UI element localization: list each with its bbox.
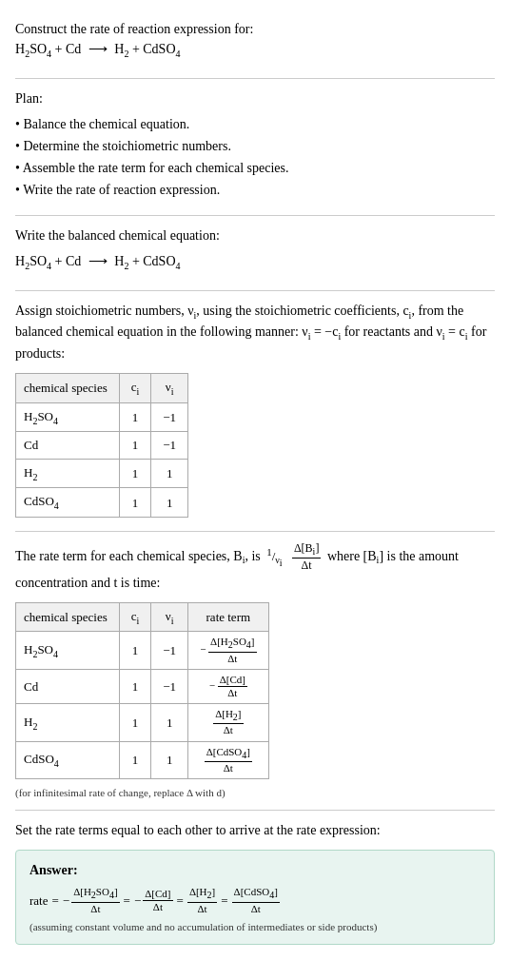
balanced-reaction: H2SO4 + Cd ⟶ H2 + CdSO4 xyxy=(15,251,495,273)
stoich-title: Assign stoichiometric numbers, νi, using… xyxy=(15,301,495,364)
rate-term-h2-answer: Δ[H2] Δt xyxy=(187,886,217,914)
set-rate-title: Set the rate terms equal to each other t… xyxy=(15,820,495,840)
plan-step-4: Write the rate of reaction expression. xyxy=(15,180,495,200)
table-row: CdSO4 1 1 xyxy=(16,488,188,518)
rt-ci-cd: 1 xyxy=(119,669,151,703)
answer-label: Answer: xyxy=(29,860,481,880)
plan-list: Balance the chemical equation. Determine… xyxy=(15,114,495,200)
rate-word: rate xyxy=(29,892,48,911)
rate-term-footnote: (for infinitesimal rate of change, repla… xyxy=(15,785,495,801)
rt-col-rate: rate term xyxy=(188,602,268,632)
rt-col-species: chemical species xyxy=(16,602,120,632)
plan-step-1: Balance the chemical equation. xyxy=(15,114,495,134)
species-cd: Cd xyxy=(16,432,120,460)
rt-species-h2: H2 xyxy=(16,704,120,741)
rt-species-cdso4: CdSO4 xyxy=(16,741,120,778)
ni-cdso4: 1 xyxy=(151,488,188,518)
ci-h2: 1 xyxy=(119,459,151,488)
stoich-col-ni: νi xyxy=(151,374,188,403)
ci-cd: 1 xyxy=(119,432,151,460)
equals-3: = xyxy=(177,892,184,911)
plan-step-3: Assemble the rate term for each chemical… xyxy=(15,158,495,178)
stoich-table: chemical species ci νi H2SO4 1 −1 Cd 1 −… xyxy=(15,373,188,518)
header-section: Construct the rate of reaction expressio… xyxy=(15,10,495,79)
table-row: CdSO4 1 1 Δ[CdSO4] Δt xyxy=(16,741,269,778)
table-row: H2 1 1 xyxy=(16,459,188,488)
rate-term-cd: − Δ[Cd] Δt xyxy=(134,888,173,913)
rt-ni-cdso4: 1 xyxy=(151,741,188,778)
species-h2: H2 xyxy=(16,459,120,488)
answer-section: Set the rate terms equal to each other t… xyxy=(15,811,495,945)
rt-ci-cdso4: 1 xyxy=(119,741,151,778)
rt-ni-h2: 1 xyxy=(151,704,188,741)
ci-cdso4: 1 xyxy=(119,488,151,518)
rt-species-cd: Cd xyxy=(16,669,120,703)
ni-cd: −1 xyxy=(151,432,188,460)
answer-note: (assuming constant volume and no accumul… xyxy=(29,919,481,935)
plan-step-2: Determine the stoichiometric numbers. xyxy=(15,136,495,156)
ni-h2so4: −1 xyxy=(151,402,188,432)
balanced-title: Write the balanced chemical equation: xyxy=(15,225,495,245)
rate-term-desc: The rate term for each chemical species,… xyxy=(15,541,495,593)
table-row: Cd 1 −1 xyxy=(16,432,188,460)
rt-ci-h2so4: 1 xyxy=(119,632,151,669)
table-row: Cd 1 −1 − Δ[Cd] Δt xyxy=(16,669,269,703)
rate-expression: rate = − Δ[H2SO4] Δt = − Δ[Cd] Δt = xyxy=(29,886,481,914)
header-title: Construct the rate of reaction expressio… xyxy=(15,19,495,39)
stoich-col-species: chemical species xyxy=(16,374,120,403)
rate-term-table: chemical species ci νi rate term H2SO4 1… xyxy=(15,602,269,779)
species-cdso4: CdSO4 xyxy=(16,488,120,518)
rt-rate-cd: − Δ[Cd] Δt xyxy=(188,669,268,703)
rt-ci-h2: 1 xyxy=(119,704,151,741)
rate-term-formula: 1/νi Δ[Bi] Δt xyxy=(264,549,327,563)
answer-box: Answer: rate = − Δ[H2SO4] Δt = − Δ[Cd] Δ… xyxy=(15,850,495,945)
rt-rate-h2: Δ[H2] Δt xyxy=(188,704,268,741)
equals-4: = xyxy=(221,892,227,911)
rt-rate-cdso4: Δ[CdSO4] Δt xyxy=(188,741,268,778)
plan-title: Plan: xyxy=(15,88,495,108)
rt-ni-h2so4: −1 xyxy=(151,632,188,669)
rt-col-ni: νi xyxy=(151,602,188,632)
rate-term-cdso4-answer: Δ[CdSO4] Δt xyxy=(232,886,280,914)
species-h2so4: H2SO4 xyxy=(16,402,120,432)
rt-ni-cd: −1 xyxy=(151,669,188,703)
ni-h2: 1 xyxy=(151,459,188,488)
table-row: H2SO4 1 −1 − Δ[H2SO4] Δt xyxy=(16,632,269,669)
table-row: H2 1 1 Δ[H2] Δt xyxy=(16,704,269,741)
rate-term-section: The rate term for each chemical species,… xyxy=(15,532,495,811)
ci-h2so4: 1 xyxy=(119,402,151,432)
rt-col-ci: ci xyxy=(119,602,151,632)
stoich-col-ci: ci xyxy=(119,374,151,403)
equals-2: = xyxy=(124,892,130,911)
table-row: H2SO4 1 −1 xyxy=(16,402,188,432)
rt-species-h2so4: H2SO4 xyxy=(16,632,120,669)
header-reaction: H2SO4 + Cd ⟶ H2 + CdSO4 xyxy=(15,39,495,61)
rt-rate-h2so4: − Δ[H2SO4] Δt xyxy=(188,632,268,669)
plan-section: Plan: Balance the chemical equation. Det… xyxy=(15,79,495,216)
equals-1: = xyxy=(51,892,58,911)
rate-term-h2so4: − Δ[H2SO4] Δt xyxy=(63,886,120,914)
stoich-section: Assign stoichiometric numbers, νi, using… xyxy=(15,291,495,532)
balanced-section: Write the balanced chemical equation: H2… xyxy=(15,216,495,291)
